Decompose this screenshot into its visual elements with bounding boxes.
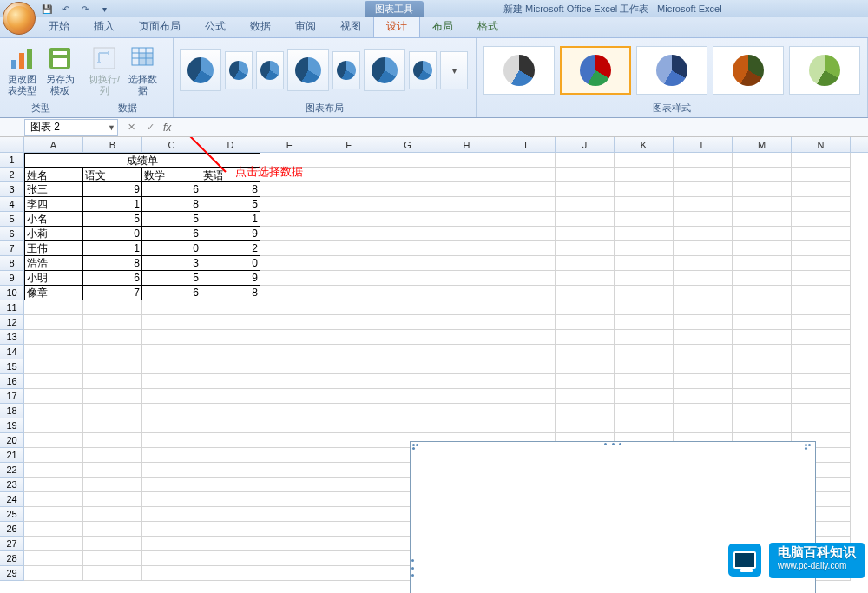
cell[interactable] — [792, 374, 851, 389]
row-header[interactable]: 15 — [0, 359, 24, 374]
cell[interactable] — [378, 227, 437, 241]
cell[interactable] — [792, 300, 851, 315]
cell[interactable] — [733, 182, 792, 197]
cell[interactable]: 李四 — [24, 197, 83, 212]
cell[interactable] — [792, 241, 851, 256]
undo-icon[interactable]: ↶ — [58, 2, 74, 16]
cell[interactable] — [24, 433, 83, 448]
chart-style-2[interactable] — [560, 46, 631, 95]
cell[interactable] — [556, 212, 615, 227]
cell[interactable] — [615, 168, 674, 182]
cell[interactable] — [615, 212, 674, 227]
tab-view[interactable]: 视图 — [328, 16, 373, 37]
cell[interactable]: 2 — [201, 241, 260, 256]
cell[interactable] — [319, 168, 378, 182]
cell[interactable] — [319, 389, 378, 404]
cell[interactable] — [201, 492, 260, 507]
cell[interactable]: 8 — [201, 286, 260, 300]
cell[interactable] — [792, 256, 851, 271]
column-header[interactable]: M — [733, 137, 792, 152]
cell[interactable] — [260, 492, 319, 507]
cell[interactable]: 6 — [83, 271, 142, 286]
cell[interactable] — [615, 153, 674, 168]
cell[interactable] — [556, 330, 615, 345]
cell[interactable] — [319, 197, 378, 212]
cell[interactable] — [792, 286, 851, 300]
cell[interactable] — [733, 212, 792, 227]
cell[interactable] — [378, 168, 437, 182]
cell[interactable] — [674, 300, 733, 315]
cell[interactable] — [260, 463, 319, 478]
enter-formula-icon[interactable]: ✓ — [141, 120, 160, 135]
cell[interactable] — [615, 286, 674, 300]
row-header[interactable]: 29 — [0, 566, 24, 581]
chart-layout-5[interactable] — [332, 51, 360, 89]
cell[interactable] — [83, 463, 142, 478]
cell[interactable] — [496, 330, 556, 345]
cell[interactable] — [496, 168, 556, 182]
name-box[interactable]: 图表 2 ▼ — [24, 119, 118, 136]
chart-layout-6[interactable] — [364, 49, 405, 91]
cell[interactable] — [496, 359, 556, 374]
row-header[interactable]: 5 — [0, 212, 24, 227]
cell[interactable]: 5 — [142, 271, 201, 286]
chart-layout-4[interactable] — [287, 49, 329, 91]
cell[interactable] — [83, 315, 142, 330]
fx-icon[interactable]: fx — [163, 122, 171, 134]
cell[interactable] — [615, 300, 674, 315]
cell[interactable] — [674, 330, 733, 345]
cell[interactable] — [615, 389, 674, 404]
select-all-corner[interactable] — [0, 137, 24, 152]
cell[interactable] — [24, 507, 83, 522]
cell[interactable]: 7 — [83, 286, 142, 300]
cell[interactable]: 6 — [142, 286, 201, 300]
row-header[interactable]: 9 — [0, 271, 24, 286]
cell[interactable] — [24, 522, 83, 537]
row-header[interactable]: 4 — [0, 197, 24, 212]
cell[interactable] — [556, 345, 615, 359]
cell[interactable] — [260, 227, 319, 241]
cell[interactable] — [556, 315, 615, 330]
cell[interactable]: 5 — [142, 212, 201, 227]
chart-style-3[interactable] — [636, 46, 707, 95]
column-header[interactable]: G — [378, 137, 437, 152]
cell[interactable] — [378, 418, 437, 433]
cell[interactable] — [378, 241, 437, 256]
cell[interactable] — [792, 404, 851, 418]
cell[interactable] — [437, 359, 496, 374]
cell[interactable] — [260, 256, 319, 271]
chart-style-1[interactable] — [483, 46, 555, 95]
row-header[interactable]: 6 — [0, 227, 24, 241]
cell[interactable] — [674, 197, 733, 212]
cell[interactable]: 1 — [201, 212, 260, 227]
cell[interactable] — [674, 374, 733, 389]
cell[interactable] — [142, 345, 201, 359]
cell[interactable] — [24, 551, 83, 566]
cell[interactable] — [556, 418, 615, 433]
cell[interactable] — [319, 256, 378, 271]
cell[interactable]: 小莉 — [24, 227, 83, 241]
cell[interactable] — [142, 404, 201, 418]
cell[interactable] — [260, 330, 319, 345]
cell[interactable] — [733, 359, 792, 374]
cell[interactable] — [83, 507, 142, 522]
cell[interactable] — [556, 256, 615, 271]
cell[interactable] — [142, 566, 201, 581]
cell[interactable]: 1 — [83, 241, 142, 256]
chart-layout-2[interactable] — [225, 51, 253, 89]
cell[interactable]: 5 — [83, 212, 142, 227]
cell[interactable]: 3 — [142, 256, 201, 271]
cell[interactable] — [142, 359, 201, 374]
cell[interactable] — [319, 433, 378, 448]
cell[interactable] — [437, 330, 496, 345]
cell[interactable] — [24, 300, 83, 315]
cell[interactable] — [437, 418, 496, 433]
cell[interactable] — [556, 389, 615, 404]
cell[interactable] — [319, 359, 378, 374]
cell[interactable] — [83, 300, 142, 315]
cell[interactable] — [733, 227, 792, 241]
column-header[interactable]: D — [201, 137, 260, 152]
cell[interactable] — [260, 300, 319, 315]
cell[interactable] — [201, 522, 260, 537]
cell[interactable] — [201, 389, 260, 404]
